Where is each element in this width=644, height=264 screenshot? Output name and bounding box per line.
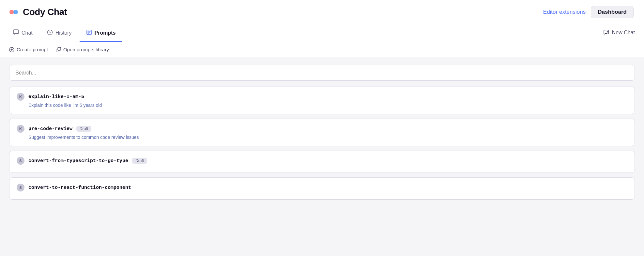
prompt-avatar: K <box>17 125 24 133</box>
svg-rect-12 <box>58 47 61 50</box>
tab-prompts[interactable]: Prompts <box>80 24 122 42</box>
svg-point-0 <box>9 10 14 14</box>
history-icon <box>47 29 53 37</box>
draft-badge: Draft <box>132 158 147 164</box>
new-chat-label: New Chat <box>612 30 635 36</box>
prompt-description: Explain this code like I'm 5 years old <box>28 103 627 108</box>
prompt-card[interactable]: Kpre-code-reviewDraftSuggest improvement… <box>9 119 635 146</box>
search-container <box>9 65 635 81</box>
search-input[interactable] <box>15 70 629 76</box>
prompt-card[interactable]: Sconvert-to-react-function-component <box>9 177 635 200</box>
prompt-avatar: S <box>17 157 24 165</box>
tab-history[interactable]: History <box>40 24 78 42</box>
svg-rect-2 <box>13 30 19 34</box>
dashboard-button[interactable]: Dashboard <box>591 6 634 18</box>
chat-icon <box>13 29 19 37</box>
open-library-label: Open prompts library <box>63 47 109 52</box>
tabs-left: Chat History Prompts <box>7 23 122 42</box>
prompt-avatar: S <box>17 184 24 191</box>
toolbar: Create prompt Open prompts library <box>0 42 644 57</box>
logo-area: Cody Chat <box>8 6 67 18</box>
create-prompt-label: Create prompt <box>17 47 48 52</box>
tab-chat-label: Chat <box>22 30 33 36</box>
create-prompt-button[interactable]: Create prompt <box>9 47 48 52</box>
header-actions: Editor extensions Dashboard <box>543 6 634 18</box>
prompt-card[interactable]: Kexplain-like-I-am-5Explain this code li… <box>9 87 635 114</box>
tab-prompts-label: Prompts <box>95 30 116 36</box>
prompt-name: convert-from-typescript-to-go-type <box>28 158 128 164</box>
tab-history-label: History <box>55 30 72 36</box>
prompts-list: Kexplain-like-I-am-5Explain this code li… <box>9 87 635 200</box>
prompt-card[interactable]: Sconvert-from-typescript-to-go-typeDraft <box>9 151 635 173</box>
prompt-name: convert-to-react-function-component <box>28 185 131 190</box>
draft-badge: Draft <box>76 126 91 132</box>
prompts-icon <box>86 29 92 37</box>
main-content: Kexplain-like-I-am-5Explain this code li… <box>0 57 644 256</box>
prompt-name: pre-code-review <box>28 126 72 132</box>
plus-icon <box>9 47 14 52</box>
svg-point-1 <box>13 10 18 14</box>
prompt-description: Suggest improvements to common code revi… <box>28 135 627 140</box>
external-link-icon <box>56 47 61 52</box>
new-chat-icon <box>604 30 609 36</box>
editor-extensions-link[interactable]: Editor extensions <box>543 9 586 15</box>
app-header: Cody Chat Editor extensions Dashboard <box>0 0 644 23</box>
open-library-button[interactable]: Open prompts library <box>56 47 109 52</box>
tab-chat[interactable]: Chat <box>7 24 39 42</box>
prompt-name: explain-like-I-am-5 <box>28 94 84 100</box>
cody-logo-icon <box>8 6 20 18</box>
tabs-bar: Chat History Prompts New Chat <box>0 23 644 42</box>
app-title: Cody Chat <box>23 7 67 17</box>
new-chat-button[interactable]: New Chat <box>604 26 635 40</box>
prompt-avatar: K <box>17 93 24 101</box>
